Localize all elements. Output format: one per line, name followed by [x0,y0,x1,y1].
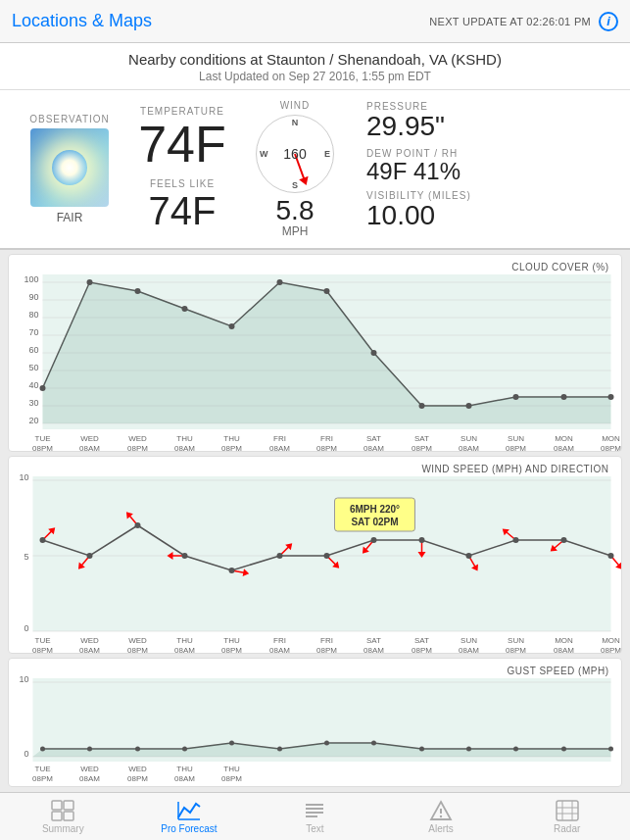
wind-col: WIND N S E W 160 5.8 MPH [241,100,349,238]
wind-speed-title: WIND SPEED (MPH) AND DIRECTION [421,464,608,474]
svg-text:08AM: 08AM [269,646,290,653]
svg-text:08PM: 08PM [506,444,526,451]
svg-text:WED: WED [128,765,147,773]
dew-section: DEW POINT / RH 49F 41% [366,148,614,184]
svg-rect-159 [52,812,62,820]
app-header: Locations & Maps NEXT UPDATE AT 02:26:01… [0,0,630,43]
pressure-value: 29.95" [366,112,614,142]
svg-text:SUN: SUN [508,434,524,443]
svg-text:100: 100 [24,274,38,284]
scrollable-charts[interactable]: CLOUD COVER (%) 100 90 80 70 60 50 40 30… [0,250,630,792]
text-icon [304,800,325,821]
info-icon[interactable]: i [599,12,618,31]
svg-point-102 [608,553,614,559]
svg-point-144 [513,747,518,752]
radar-icon [556,800,579,821]
visibility-value: 10.00 [366,201,614,231]
svg-text:08AM: 08AM [174,646,195,653]
wind-speed: 5.8 [276,197,315,224]
svg-point-134 [40,747,45,752]
pressure-section: PRESSURE 29.95" [366,101,614,142]
wind-unit: MPH [282,224,309,238]
svg-text:SUN: SUN [460,434,477,443]
svg-point-140 [324,741,329,746]
svg-text:THU: THU [176,434,193,443]
tab-bar: Summary Pro Forecast Text Alerts [0,792,630,840]
main-content: Nearby conditions at Staunton / Shenando… [0,43,630,792]
svg-point-138 [229,741,234,746]
svg-text:MON: MON [555,434,573,443]
svg-point-146 [608,747,613,752]
tab-summary-label: Summary [42,823,84,834]
svg-text:SAT: SAT [414,636,429,645]
tab-alerts-label: Alerts [428,823,454,834]
cloud-cover-wrapper: CLOUD COVER (%) 100 90 80 70 60 50 40 30… [9,255,621,451]
temp-value: 74F [138,117,226,173]
feels-like-label: FEELS LIKE [150,178,215,189]
svg-text:THU: THU [176,636,193,645]
svg-text:SUN: SUN [508,636,524,645]
svg-text:MON: MON [602,434,620,443]
compass: N S E W 160 [256,115,334,193]
svg-text:20: 20 [28,416,38,425]
svg-point-139 [277,747,282,752]
svg-text:0: 0 [24,623,28,633]
svg-point-92 [135,522,141,528]
gust-title: GUST SPEED (MPH) [508,666,609,676]
temperature-col: TEMPERATURE 74F FEELS LIKE 74F [133,106,231,232]
tab-text-label: Text [306,823,323,834]
svg-text:08PM: 08PM [601,646,621,653]
svg-text:08PM: 08PM [127,774,148,783]
svg-text:08AM: 08AM [363,646,384,653]
svg-text:08AM: 08AM [79,646,100,653]
compass-circle: N S E W 160 [256,115,334,193]
svg-point-28 [513,394,519,400]
pressure-col: PRESSURE 29.95" DEW POINT / RH 49F 41% V… [359,101,614,237]
svg-text:THU: THU [176,765,193,773]
svg-point-169 [440,815,442,816]
tab-text[interactable]: Text [252,793,378,840]
tab-pro-forecast[interactable]: Pro Forecast [126,793,253,840]
svg-text:60: 60 [28,345,38,355]
svg-text:08AM: 08AM [459,646,479,653]
svg-point-27 [466,403,472,409]
tab-alerts[interactable]: Alerts [378,793,505,840]
cloud-cover-svg: CLOUD COVER (%) 100 90 80 70 60 50 40 30… [9,255,621,451]
svg-text:08AM: 08AM [174,444,195,451]
observation-col: OBSERVATION FAIR [16,114,123,224]
svg-text:08PM: 08PM [32,774,53,783]
wind-label: WIND [280,100,311,111]
svg-text:FRI: FRI [320,636,333,645]
app-title: Locations & Maps [12,11,152,31]
svg-point-101 [561,537,567,543]
svg-text:08PM: 08PM [127,646,148,653]
svg-text:5: 5 [24,552,28,562]
tab-radar[interactable]: Radar [504,793,630,840]
tab-pro-forecast-label: Pro Forecast [161,823,217,834]
svg-text:08PM: 08PM [316,646,337,653]
obs-condition: FAIR [57,211,83,224]
svg-text:08PM: 08PM [412,444,432,451]
svg-text:08PM: 08PM [221,774,242,783]
svg-point-30 [608,394,614,400]
svg-point-91 [87,553,93,559]
wind-speed-wrapper: WIND SPEED (MPH) AND DIRECTION 10 5 0 [9,457,621,653]
svg-text:FRI: FRI [320,434,333,443]
svg-text:08AM: 08AM [554,444,574,451]
svg-point-93 [182,553,188,559]
wind-tooltip-line1: 6MPH 220° [350,504,400,515]
svg-text:90: 90 [28,292,38,302]
tab-radar-label: Radar [554,823,580,834]
wind-tooltip-line2: SAT 02PM [351,517,398,527]
svg-text:SUN: SUN [460,636,477,645]
svg-text:08PM: 08PM [221,646,242,653]
svg-text:WED: WED [80,636,99,645]
location-title: Nearby conditions at Staunton / Shenando… [0,51,630,68]
svg-text:WED: WED [128,434,147,443]
svg-point-90 [40,537,46,543]
svg-point-142 [419,747,424,752]
svg-text:TUE: TUE [35,765,51,773]
svg-text:08PM: 08PM [221,444,242,451]
svg-point-29 [561,394,567,400]
tab-summary[interactable]: Summary [0,793,126,840]
